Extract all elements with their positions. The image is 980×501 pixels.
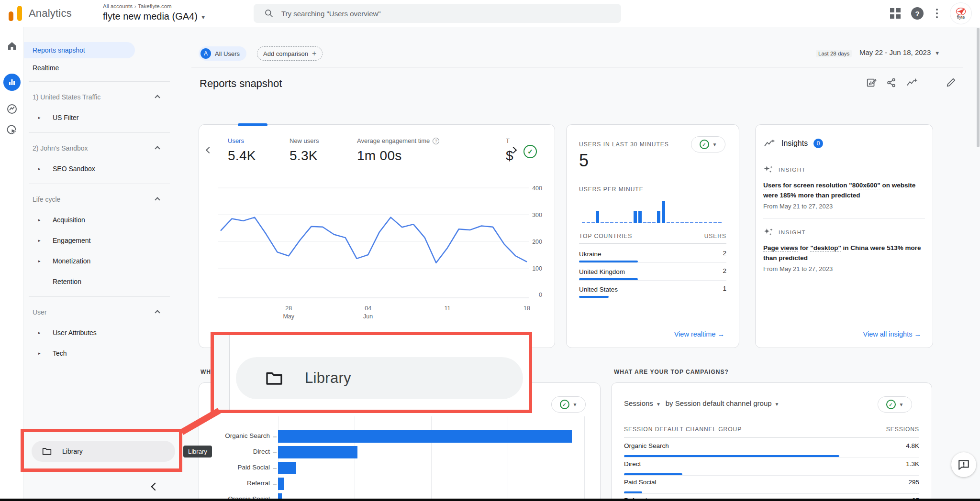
apps-grid-icon[interactable]	[890, 8, 901, 19]
add-comparison-button[interactable]: Add comparison +	[257, 46, 323, 61]
sidebar-item-tech[interactable]: ▸Tech	[24, 343, 175, 363]
feedback-button[interactable]	[951, 452, 976, 477]
channel-sessions-table: Organic Search4.8KDirect1.3KPaid Social2…	[624, 439, 919, 501]
insights-card: Insights 0 INSIGHTUsers for screen resol…	[755, 124, 933, 348]
campaigns-quality-badge[interactable]: ✓▼	[878, 396, 912, 413]
dimension-selector[interactable]: by Session default channel group	[666, 399, 772, 407]
sessions-value: 1.3K	[906, 460, 919, 468]
minute-zero-dash	[629, 222, 632, 223]
insight-date: From May 21 to 27, 2023	[763, 203, 925, 210]
realtime-quality-badge[interactable]: ✓▼	[691, 136, 725, 152]
chevron-down-icon: ▼	[899, 402, 904, 407]
share-icon[interactable]	[886, 77, 897, 88]
view-realtime-link[interactable]: View realtime →	[674, 330, 724, 338]
arrow-right-icon: →	[718, 330, 725, 338]
expand-arrow-icon[interactable]: ▸	[38, 330, 41, 335]
insight-text[interactable]: Page views for "desktop" in China were 5…	[763, 243, 925, 263]
account-avatar[interactable]: flyte	[950, 3, 971, 24]
breadcrumb-account[interactable]: Takeflyte.com	[138, 3, 171, 9]
sidebar-item-us-filter[interactable]: ▸US Filter	[24, 107, 175, 128]
search-icon	[264, 9, 274, 18]
sidebar-divider	[29, 81, 170, 82]
explore-icon[interactable]	[6, 103, 18, 115]
metric-users[interactable]: Users5.4K	[228, 137, 256, 163]
minute-bar	[596, 211, 599, 223]
metric-t[interactable]: T$	[506, 137, 513, 163]
minute-bar	[634, 211, 637, 223]
expand-arrow-icon[interactable]: ▸	[38, 115, 41, 120]
sidebar-item-acquisition[interactable]: ▸Acquisition	[24, 209, 175, 230]
country-users: 2	[723, 267, 726, 274]
sidebar-section-life-cycle[interactable]: Life cycle	[24, 189, 175, 209]
breadcrumb-all-accounts[interactable]: All accounts	[103, 3, 133, 9]
plus-icon: +	[312, 49, 316, 58]
sidebar-item-label: Reports snapshot	[33, 46, 85, 54]
sidebar-item-label: Tech	[53, 349, 67, 357]
minute-zero-dash	[709, 222, 712, 223]
customize-report-icon[interactable]	[866, 77, 877, 88]
sidebar-section-1-united-states-traffic[interactable]: 1) United States Traffic	[24, 87, 175, 107]
sidebar-item-monetization[interactable]: ▸Monetization	[24, 250, 175, 271]
metric-selector[interactable]: Sessions	[624, 399, 653, 407]
search-input[interactable]: Try searching "Users overview"	[254, 4, 621, 23]
info-icon[interactable]: ?	[433, 138, 439, 144]
more-options-icon[interactable]	[934, 7, 940, 20]
session-row-direct: Direct1.3K	[624, 457, 919, 476]
insight-text[interactable]: Users for screen resolution "800x600" on…	[763, 180, 925, 200]
top-campaigns-heading: WHAT ARE YOUR TOP CAMPAIGNS?	[614, 369, 729, 375]
sidebar-item-engagement[interactable]: ▸Engagement	[24, 230, 175, 250]
sidebar-item-seo-sandbox[interactable]: ▸SEO Sandbox	[24, 158, 175, 179]
analytics-logo-icon[interactable]	[8, 6, 24, 21]
sidebar-item-label: Engagement	[53, 237, 90, 244]
sidebar-item-retention[interactable]: Retention	[24, 271, 175, 292]
insights-icon[interactable]	[906, 77, 918, 88]
data-quality-check-icon[interactable]: ✓	[523, 145, 537, 158]
sidebar-section-user[interactable]: User	[24, 302, 175, 322]
sessions-header: SESSIONS	[886, 426, 919, 433]
advertising-icon[interactable]	[6, 124, 18, 136]
property-selector[interactable]: flyte new media (GA4)▼	[103, 11, 206, 22]
sidebar-item-reports-snapshot[interactable]: Reports snapshot	[24, 42, 135, 58]
expand-arrow-icon[interactable]: ▸	[38, 218, 41, 222]
session-row-paid-social: Paid Social295	[624, 476, 919, 494]
axis-tick	[273, 468, 277, 469]
expand-arrow-icon[interactable]: ▸	[38, 166, 41, 171]
add-comparison-label: Add comparison	[263, 50, 308, 57]
chevron-up-icon	[155, 310, 160, 315]
edit-pencil-icon[interactable]	[946, 77, 956, 88]
insight-tag-label: INSIGHT	[779, 167, 806, 173]
feedback-icon	[958, 458, 970, 471]
view-all-insights-link[interactable]: View all insights →	[863, 330, 921, 338]
help-icon[interactable]: ?	[911, 7, 924, 20]
sidebar-section-label: Life cycle	[33, 196, 60, 203]
home-icon[interactable]	[6, 40, 18, 52]
expand-arrow-icon[interactable]: ▸	[38, 238, 41, 243]
sidebar-item-label: SEO Sandbox	[53, 165, 95, 173]
metric-new-users[interactable]: New users5.3K	[290, 137, 319, 163]
metric-average-engagement-time[interactable]: Average engagement time?1m 00s	[357, 137, 439, 163]
svg-text:300: 300	[532, 212, 542, 218]
svg-text:18: 18	[523, 305, 530, 312]
expand-arrow-icon[interactable]: ▸	[38, 351, 41, 356]
all-users-chip[interactable]: A All Users	[199, 46, 246, 61]
collapse-sidebar-icon[interactable]	[151, 483, 159, 491]
folder-icon	[266, 370, 283, 386]
channel-label: Organic Search	[204, 432, 270, 439]
svg-text:400: 400	[532, 185, 542, 192]
chevron-down-icon: ▼	[775, 402, 780, 407]
new-users-quality-badge[interactable]: ✓▼	[551, 396, 586, 413]
date-range-picker[interactable]: May 22 - Jun 18, 2023▼	[859, 48, 940, 56]
library-zoom-label: Library	[305, 370, 351, 387]
minute-zero-dash	[680, 222, 684, 223]
breadcrumb[interactable]: All accounts›Takeflyte.com	[103, 3, 172, 9]
minute-zero-dash	[667, 222, 670, 223]
sidebar-section-2-john-s-sandbox[interactable]: 2) John's Sandbox	[24, 138, 175, 158]
users-line-chart: 400300200100028May04Jun1118	[211, 178, 546, 322]
scrollbar-thumb[interactable]	[977, 28, 980, 147]
sidebar-item-label: User Attributes	[53, 329, 97, 337]
reports-icon[interactable]	[3, 74, 21, 91]
metrics-scroll-left-icon[interactable]	[206, 147, 212, 153]
sidebar-item-realtime[interactable]: Realtime	[24, 59, 175, 76]
sidebar-item-user-attributes[interactable]: ▸User Attributes	[24, 322, 175, 343]
expand-arrow-icon[interactable]: ▸	[38, 259, 41, 263]
